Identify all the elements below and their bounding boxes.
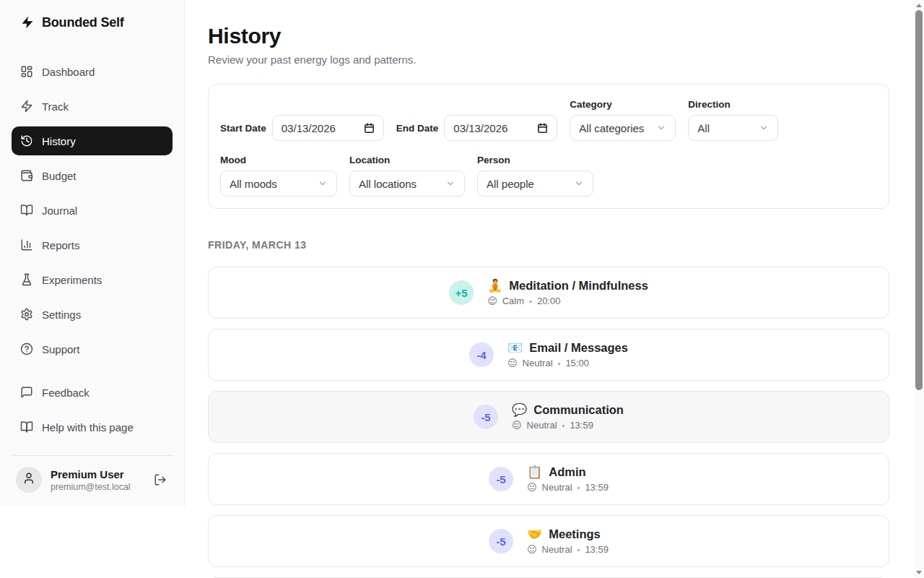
separator-dot: • [578,483,580,492]
sidebar-item-track[interactable]: Track [12,92,173,121]
date-group-heading: FRIDAY, MARCH 13 [208,239,889,251]
sidebar-item-experiments[interactable]: Experiments [12,265,173,294]
mood-emoji-icon: 😐 [507,358,518,368]
category-emoji-icon: 📧 [507,342,523,354]
energy-score-badge: +5 [449,280,474,305]
main-content: History Review your past energy logs and… [185,0,924,578]
sidebar-item-reports[interactable]: Reports [12,230,173,259]
location-select[interactable]: All locations [349,171,465,197]
sidebar-item-journal[interactable]: Journal [12,196,173,225]
chevron-down-icon [574,178,584,189]
entry-title: Meditation / Mindfulness [509,279,648,293]
logout-icon[interactable] [154,473,167,486]
location-label: Location [349,155,465,165]
category-label: Category [570,99,676,110]
app-logo: Bounded Self [12,13,173,32]
entry-title: Meetings [549,527,601,541]
scroll-up-arrow-icon[interactable] [916,4,922,7]
entry-mood: Neutral [542,482,572,493]
sidebar-item-label: Help with this page [42,421,134,434]
energy-score-badge: -5 [489,529,513,553]
sidebar-item-dashboard[interactable]: Dashboard [12,57,173,86]
filters-panel: Start Date 03/13/2026 End Date 03/13/202… [208,84,889,209]
end-date-input[interactable]: 03/13/2026 [444,115,557,141]
user-profile: Premium User premium@test.local [12,467,173,493]
sidebar-item-label: Experiments [42,274,102,286]
entry-mood: Neutral [527,420,557,431]
mood-emoji-icon: 😌 [487,296,497,306]
sidebar-item-settings[interactable]: Settings [12,300,173,329]
entry-time: 13:59 [585,482,609,493]
entry-time: 15:00 [565,358,589,368]
history-entry[interactable]: -5📋Admin😐Neutral•13:59 [208,453,889,505]
category-emoji-icon: 🧘 [487,280,502,292]
sidebar: Bounded Self DashboardTrackHistoryBudget… [0,0,185,506]
separator-dot: • [558,359,561,368]
mood-select[interactable]: All moods [220,171,337,197]
user-email: premium@test.local [51,482,154,492]
chevron-down-icon [759,123,769,133]
entry-time: 13:59 [585,544,609,555]
sidebar-item-history[interactable]: History [12,126,173,155]
chevron-down-icon [318,178,328,189]
scroll-down-arrow-icon[interactable] [916,571,922,574]
calendar-icon[interactable] [364,123,375,134]
person-label: Person [477,155,593,165]
sidebar-nav-secondary: FeedbackHelp with this page [12,378,173,441]
flask-icon [20,273,33,286]
sidebar-item-budget[interactable]: Budget [12,161,173,190]
entry-list: +5🧘Meditation / Mindfulness😌Calm•20:00-4… [208,267,889,578]
end-date-label: End Date [396,123,439,134]
person-select[interactable]: All people [477,171,593,197]
scrollbar-thumb[interactable] [915,10,923,390]
sidebar-item-help-with-this-page[interactable]: Help with this page [12,413,173,441]
sidebar-item-support[interactable]: Support [12,335,173,363]
history-entry[interactable]: -4📧Email / Messages😐Neutral•15:00 [208,329,889,381]
direction-select[interactable]: All [688,115,778,141]
avatar [16,467,42,493]
category-select[interactable]: All categories [570,115,676,141]
entry-mood: Calm [502,296,524,306]
calendar-icon[interactable] [537,123,548,134]
help-circle-icon [20,342,33,355]
entry-title: Email / Messages [529,341,628,355]
mood-emoji-icon: 😐 [527,483,537,492]
entry-mood: Neutral [523,358,553,368]
entry-title: Admin [549,465,585,479]
sidebar-divider [12,455,173,456]
feedback-icon [20,386,33,399]
history-icon [20,134,33,147]
track-icon [20,100,33,113]
history-entry[interactable]: +5🧘Meditation / Mindfulness😌Calm•20:00 [208,267,889,319]
energy-score-badge: -5 [474,405,498,429]
category-emoji-icon: 🤝 [527,528,542,540]
entry-time: 20:00 [537,296,561,306]
sidebar-item-label: Dashboard [42,66,95,78]
sidebar-item-label: Journal [42,204,77,217]
category-emoji-icon: 📋 [527,466,542,478]
page-subtitle: Review your past energy logs and pattern… [208,53,889,66]
start-date-input[interactable]: 03/13/2026 [272,115,384,141]
entry-time: 13:59 [570,420,593,431]
sidebar-item-label: Feedback [42,387,90,399]
scrollbar[interactable] [914,0,924,578]
sidebar-item-label: Support [42,343,80,355]
separator-dot: • [578,545,580,554]
energy-score-badge: -4 [469,342,494,367]
mood-emoji-icon: 😐 [527,545,537,554]
energy-score-badge: -5 [489,467,513,491]
sidebar-item-feedback[interactable]: Feedback [12,378,173,407]
user-name: Premium User [51,468,154,480]
app-title: Bounded Self [42,15,124,30]
sidebar-item-label: Track [42,100,69,113]
entry-mood: Neutral [542,544,572,555]
sidebar-item-label: Settings [42,309,81,321]
book-open-icon [20,420,33,434]
start-date-label: Start Date [220,123,266,134]
sidebar-item-label: History [42,135,76,147]
reports-icon [20,238,33,251]
chevron-down-icon [656,123,666,133]
category-emoji-icon: 💬 [512,404,527,416]
history-entry[interactable]: -5💬Communication😐Neutral•13:59 [208,391,889,443]
history-entry[interactable]: -5🤝Meetings😐Neutral•13:59 [208,515,889,567]
